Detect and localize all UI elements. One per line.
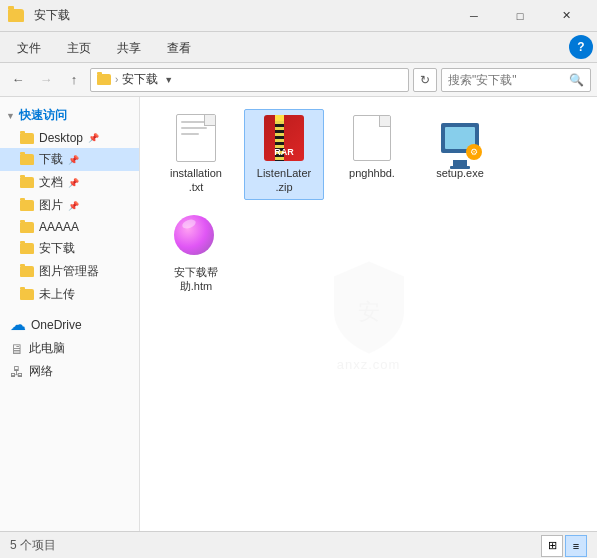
maximize-button[interactable]: □ bbox=[497, 0, 543, 32]
file-item-exe[interactable]: ⚙ setup.exe bbox=[420, 109, 500, 200]
title-bar-folder-icon bbox=[8, 9, 24, 22]
title-bar-left: 安下载 bbox=[8, 7, 70, 24]
blank-icon bbox=[353, 115, 391, 161]
sidebar-item-label: 此电脑 bbox=[29, 340, 65, 357]
folder-icon bbox=[20, 289, 34, 300]
sidebar-item-onedrive[interactable]: ☁ OneDrive bbox=[0, 312, 139, 337]
folder-icon bbox=[20, 154, 34, 165]
folder-icon bbox=[20, 133, 34, 144]
file-icon-blank bbox=[348, 114, 396, 162]
htm-icon bbox=[174, 215, 218, 259]
htm-circle bbox=[174, 215, 214, 255]
setup-gear: ⚙ bbox=[466, 144, 482, 160]
watermark-text: anxz.com bbox=[337, 357, 401, 372]
file-name-blank: pnghhbd. bbox=[349, 166, 395, 180]
sidebar-item-label: OneDrive bbox=[31, 318, 82, 332]
sidebar-item-imgmanager[interactable]: 图片管理器 bbox=[0, 260, 139, 283]
breadcrumb-current: 安下载 bbox=[122, 71, 158, 88]
folder-icon bbox=[20, 243, 34, 254]
sidebar-quick-access-header[interactable]: ▼ 快速访问 bbox=[0, 103, 139, 128]
view-btn-list[interactable]: ≡ bbox=[565, 535, 587, 557]
sidebar-item-aaaaa[interactable]: AAAAA bbox=[0, 217, 139, 237]
file-icon-zip: RAR bbox=[260, 114, 308, 162]
folder-icon bbox=[20, 266, 34, 277]
rar-text-label: RAR bbox=[264, 147, 304, 157]
files-grid: installation.txt RAR ListenLater.zip bbox=[140, 97, 597, 310]
sidebar-item-label: 文档 bbox=[39, 174, 63, 191]
sidebar-item-this-pc[interactable]: 🖥 此电脑 bbox=[0, 337, 139, 360]
view-btn-grid[interactable]: ⊞ bbox=[541, 535, 563, 557]
setup-icon: ⚙ bbox=[438, 116, 482, 160]
sidebar-item-label: Desktop bbox=[39, 131, 83, 145]
forward-button[interactable]: → bbox=[34, 68, 58, 92]
txt-line bbox=[181, 121, 207, 123]
title-bar: 安下载 ─ □ ✕ bbox=[0, 0, 597, 32]
file-item-htm[interactable]: 安下载帮助.htm bbox=[156, 208, 236, 299]
file-icon-exe: ⚙ bbox=[436, 114, 484, 162]
search-input[interactable] bbox=[448, 73, 565, 87]
help-button[interactable]: ? bbox=[569, 35, 593, 59]
sidebar-item-anzaixia[interactable]: 安下载 bbox=[0, 237, 139, 260]
close-button[interactable]: ✕ bbox=[543, 0, 589, 32]
search-bar[interactable]: 🔍 bbox=[441, 68, 591, 92]
file-icon-htm bbox=[172, 213, 220, 261]
main-layout: ▼ 快速访问 Desktop 📌 下载 📌 文档 📌 图片 📌 AAAAA bbox=[0, 97, 597, 531]
search-button[interactable]: 🔍 bbox=[569, 73, 584, 87]
breadcrumb-dropdown-arrow[interactable]: ▼ bbox=[164, 75, 173, 85]
pin-icon: 📌 bbox=[68, 178, 79, 188]
sidebar-item-desktop[interactable]: Desktop 📌 bbox=[0, 128, 139, 148]
pin-icon: 📌 bbox=[88, 133, 99, 143]
sidebar-item-label: 图片管理器 bbox=[39, 263, 99, 280]
onedrive-icon: ☁ bbox=[10, 315, 26, 334]
sidebar-item-downloads[interactable]: 下载 📌 bbox=[0, 148, 139, 171]
pin-icon: 📌 bbox=[68, 201, 79, 211]
folder-icon bbox=[20, 222, 34, 233]
file-name-zip: ListenLater.zip bbox=[257, 166, 311, 195]
pc-icon: 🖥 bbox=[10, 341, 24, 357]
tab-home[interactable]: 主页 bbox=[54, 35, 104, 62]
up-button[interactable]: ↑ bbox=[62, 68, 86, 92]
minimize-button[interactable]: ─ bbox=[451, 0, 497, 32]
sidebar-item-label: 图片 bbox=[39, 197, 63, 214]
title-bar-title: 安下载 bbox=[34, 7, 70, 24]
file-icon-txt bbox=[172, 114, 220, 162]
htm-highlight bbox=[181, 217, 197, 229]
folder-icon bbox=[20, 177, 34, 188]
tab-file[interactable]: 文件 bbox=[4, 35, 54, 62]
tab-view[interactable]: 查看 bbox=[154, 35, 204, 62]
file-item-zip[interactable]: RAR ListenLater.zip bbox=[244, 109, 324, 200]
back-button[interactable]: ← bbox=[6, 68, 30, 92]
sidebar-item-documents[interactable]: 文档 📌 bbox=[0, 171, 139, 194]
sidebar-item-label: AAAAA bbox=[39, 220, 79, 234]
breadcrumb-folder-icon bbox=[97, 74, 111, 85]
breadcrumb-bar[interactable]: › 安下载 ▼ bbox=[90, 68, 409, 92]
file-item-blank[interactable]: pnghhbd. bbox=[332, 109, 412, 200]
sidebar-item-pictures[interactable]: 图片 📌 bbox=[0, 194, 139, 217]
address-bar: ← → ↑ › 安下载 ▼ ↻ 🔍 bbox=[0, 63, 597, 97]
file-name-txt: installation.txt bbox=[170, 166, 222, 195]
ribbon-tabs: 文件 主页 共享 查看 ? bbox=[0, 32, 597, 62]
breadcrumb-separator: › bbox=[115, 74, 118, 85]
view-buttons: ⊞ ≡ bbox=[541, 535, 587, 557]
rar-top-piece bbox=[275, 115, 284, 121]
tab-share[interactable]: 共享 bbox=[104, 35, 154, 62]
sidebar-item-network[interactable]: 🖧 网络 bbox=[0, 360, 139, 383]
file-name-htm: 安下载帮助.htm bbox=[174, 265, 218, 294]
refresh-button[interactable]: ↻ bbox=[413, 68, 437, 92]
rar-icon: RAR bbox=[264, 115, 304, 161]
sidebar-item-notup[interactable]: 未上传 bbox=[0, 283, 139, 306]
file-area: 安 anxz.com installation.txt bbox=[140, 97, 597, 531]
file-item-txt[interactable]: installation.txt bbox=[156, 109, 236, 200]
txt-line bbox=[181, 133, 199, 135]
title-bar-controls: ─ □ ✕ bbox=[451, 0, 589, 32]
status-count: 5 个项目 bbox=[10, 537, 56, 554]
ribbon: 文件 主页 共享 查看 ? bbox=[0, 32, 597, 63]
network-icon: 🖧 bbox=[10, 364, 24, 380]
setup-base bbox=[450, 166, 470, 169]
sidebar-item-label: 安下载 bbox=[39, 240, 75, 257]
sidebar: ▼ 快速访问 Desktop 📌 下载 📌 文档 📌 图片 📌 AAAAA bbox=[0, 97, 140, 531]
pin-icon: 📌 bbox=[68, 155, 79, 165]
quick-access-label: 快速访问 bbox=[19, 107, 67, 124]
sidebar-item-label: 下载 bbox=[39, 151, 63, 168]
status-bar: 5 个项目 ⊞ ≡ bbox=[0, 531, 597, 558]
